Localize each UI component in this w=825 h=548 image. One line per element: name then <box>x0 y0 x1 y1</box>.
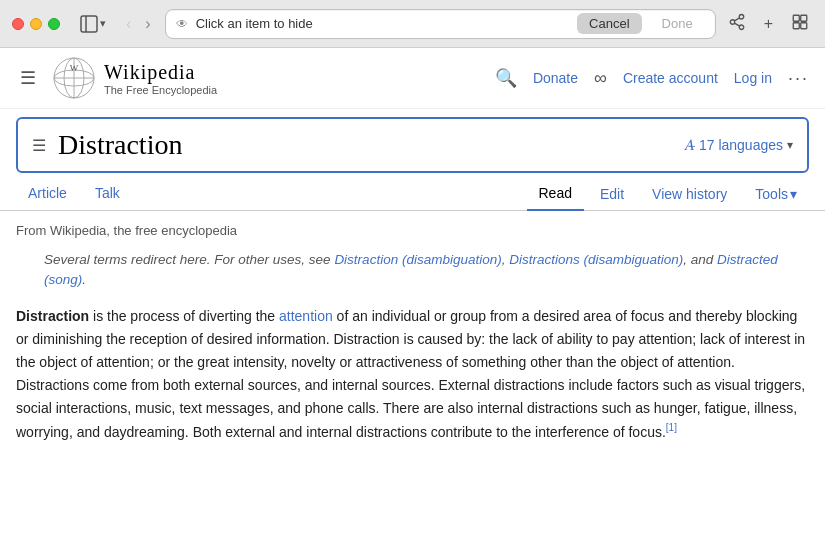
sidebar-toggle-button[interactable]: ▾ <box>74 11 112 37</box>
article-source: From Wikipedia, the free encyclopedia <box>16 223 809 238</box>
search-button[interactable]: 🔍 <box>495 67 517 89</box>
address-bar-text: Click an item to hide <box>196 16 569 31</box>
language-selector[interactable]: 𝐴̶ 17 languages ▾ <box>685 136 793 154</box>
reading-mode-icon: ∞ <box>594 68 607 89</box>
article-title: Distraction <box>58 129 673 161</box>
titlebar: ▾ ‹ › 👁 Click an item to hide Cancel Don… <box>0 0 825 48</box>
login-link[interactable]: Log in <box>734 70 772 86</box>
article-bold-term: Distraction <box>16 308 89 324</box>
chevron-down-icon: ▾ <box>790 186 797 202</box>
tab-edit[interactable]: Edit <box>588 178 636 210</box>
tab-view-history[interactable]: View history <box>640 178 739 210</box>
wiki-logo: W Wikipedia The Free Encyclopedia <box>52 56 217 100</box>
svg-rect-3 <box>801 15 807 21</box>
more-menu-button[interactable]: ··· <box>788 68 809 89</box>
traffic-lights <box>12 18 60 30</box>
new-tab-button[interactable]: + <box>760 11 777 37</box>
article-list-icon: ☰ <box>32 136 46 155</box>
titlebar-actions: + <box>724 9 813 39</box>
minimize-button[interactable] <box>30 18 42 30</box>
done-button[interactable]: Done <box>650 13 705 34</box>
wiki-nav-links: 🔍 Donate ∞ Create account Log in ··· <box>495 67 809 89</box>
forward-button[interactable]: › <box>139 12 156 36</box>
article-content: From Wikipedia, the free encyclopedia Se… <box>0 211 825 456</box>
footnote-1[interactable]: [1] <box>666 422 677 433</box>
wiki-title-main: Wikipedia <box>104 61 217 84</box>
svg-rect-4 <box>793 22 799 28</box>
tab-talk[interactable]: Talk <box>83 177 132 211</box>
chevron-down-icon: ▾ <box>787 138 793 152</box>
svg-rect-5 <box>801 22 807 28</box>
svg-text:W: W <box>70 63 79 73</box>
wiki-navbar: ☰ W Wikipedia The Free Encyclopedia 🔍 Do… <box>0 48 825 109</box>
address-bar[interactable]: 👁 Click an item to hide Cancel Done <box>165 9 716 39</box>
menu-button[interactable]: ☰ <box>16 63 40 93</box>
tab-article[interactable]: Article <box>16 177 79 211</box>
wiki-title-sub: The Free Encyclopedia <box>104 84 217 96</box>
tab-read[interactable]: Read <box>527 177 584 211</box>
attention-link[interactable]: attention <box>279 308 333 324</box>
donate-link[interactable]: Donate <box>533 70 578 86</box>
back-button[interactable]: ‹ <box>120 12 137 36</box>
article-header: ☰ Distraction 𝐴̶ 17 languages ▾ <box>16 117 809 173</box>
article-body: Distraction is the process of diverting … <box>16 305 809 444</box>
maximize-button[interactable] <box>48 18 60 30</box>
nav-buttons: ‹ › <box>120 12 157 36</box>
article-hatnote: Several terms redirect here. For other u… <box>44 250 809 291</box>
create-account-link[interactable]: Create account <box>623 70 718 86</box>
share-button[interactable] <box>724 9 750 39</box>
windows-button[interactable] <box>787 9 813 39</box>
hide-icon: 👁 <box>176 17 188 31</box>
language-count: 17 languages <box>699 137 783 153</box>
svg-rect-2 <box>793 15 799 21</box>
close-button[interactable] <box>12 18 24 30</box>
article-tabs: Article Talk Read Edit View history Tool… <box>0 177 825 211</box>
hatnote-link-1[interactable]: Distraction (disambiguation) <box>334 252 501 267</box>
wikipedia-page: ☰ W Wikipedia The Free Encyclopedia 🔍 Do… <box>0 48 825 548</box>
wiki-title: Wikipedia The Free Encyclopedia <box>104 61 217 96</box>
tab-tools[interactable]: Tools ▾ <box>743 178 809 210</box>
wiki-globe-icon: W <box>52 56 96 100</box>
hatnote-link-2[interactable]: Distractions (disambiguation) <box>509 252 683 267</box>
cancel-button[interactable]: Cancel <box>577 13 641 34</box>
svg-rect-0 <box>81 16 97 32</box>
translate-icon: 𝐴̶ <box>685 136 695 154</box>
